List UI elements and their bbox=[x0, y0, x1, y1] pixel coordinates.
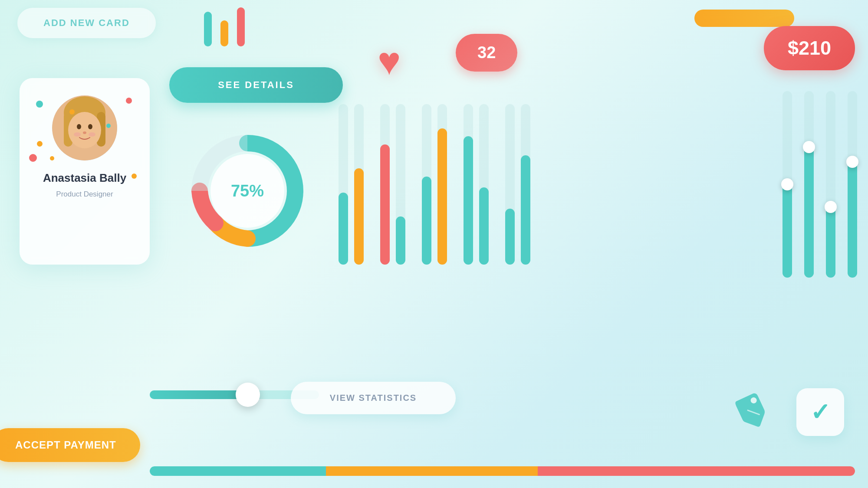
progress-red bbox=[538, 466, 855, 476]
svg-point-5 bbox=[77, 124, 81, 129]
orange-top-button[interactable] bbox=[694, 10, 794, 27]
avatar bbox=[52, 95, 117, 160]
right-vertical-sliders bbox=[783, 91, 857, 278]
bar-group-1b bbox=[354, 104, 364, 265]
donut-chart: 75% bbox=[182, 126, 312, 256]
bar-fill bbox=[422, 177, 431, 265]
right-vslider-2 bbox=[804, 91, 814, 278]
bar-fill bbox=[479, 187, 489, 265]
dot-1 bbox=[36, 101, 43, 108]
bar-group-3 bbox=[422, 104, 431, 265]
bar-group-2b bbox=[396, 104, 405, 265]
bar-group-5 bbox=[505, 104, 515, 265]
profile-title: Product Designer bbox=[56, 190, 113, 199]
dot-8 bbox=[132, 174, 137, 179]
top-deco-bars bbox=[204, 0, 245, 50]
deco-bar-2 bbox=[220, 20, 228, 46]
accept-payment-button[interactable]: ACCEPT PAYMENT bbox=[0, 428, 140, 462]
bar-group-3b bbox=[437, 104, 447, 265]
bar-group-5b bbox=[521, 104, 530, 265]
view-statistics-button[interactable]: VIEW STATISTICS bbox=[291, 382, 456, 414]
right-vslider-4 bbox=[848, 91, 857, 278]
vslider-thumb[interactable] bbox=[825, 201, 837, 213]
bar-fill bbox=[354, 168, 364, 265]
right-vslider-1 bbox=[783, 91, 792, 278]
bar-fill bbox=[339, 193, 348, 265]
donut-percentage: 75% bbox=[231, 182, 264, 200]
checkmark-symbol: ✓ bbox=[810, 398, 830, 426]
see-details-button[interactable]: SEE DETAILS bbox=[169, 67, 343, 103]
vslider-fill bbox=[826, 207, 835, 278]
progress-orange bbox=[326, 466, 538, 476]
vslider-thumb[interactable] bbox=[781, 178, 793, 190]
bar-fill bbox=[464, 136, 473, 265]
tag-svg bbox=[729, 385, 777, 435]
profile-card: Anastasia Bally Product Designer bbox=[20, 78, 150, 265]
checkmark-box: ✓ bbox=[796, 388, 844, 436]
bar-fill bbox=[437, 128, 447, 265]
svg-point-6 bbox=[88, 124, 92, 129]
avatar-svg bbox=[52, 95, 117, 160]
h-slider-fill bbox=[150, 390, 248, 399]
vslider-fill bbox=[804, 147, 814, 278]
badge-32: 32 bbox=[456, 34, 517, 72]
deco-bar-1 bbox=[204, 12, 212, 46]
progress-teal bbox=[150, 466, 326, 476]
bar-chart bbox=[339, 104, 530, 265]
vslider-thumb[interactable] bbox=[803, 141, 815, 153]
dot-7 bbox=[50, 156, 54, 160]
dot-3 bbox=[126, 98, 132, 104]
svg-point-8 bbox=[74, 132, 81, 137]
bar-fill bbox=[380, 144, 390, 265]
dot-6 bbox=[29, 154, 37, 162]
bar-group-1 bbox=[339, 104, 348, 265]
tag-icon bbox=[729, 385, 777, 437]
deco-bar-3 bbox=[237, 7, 245, 46]
profile-name: Anastasia Bally bbox=[43, 171, 126, 185]
right-vslider-3 bbox=[826, 91, 835, 278]
bar-group-2 bbox=[380, 104, 390, 265]
h-slider-thumb[interactable] bbox=[236, 383, 260, 407]
bar-group-4b bbox=[479, 104, 489, 265]
badge-210: $210 bbox=[764, 26, 855, 70]
add-new-card-button[interactable]: ADD NEW CARD bbox=[17, 8, 156, 38]
vslider-fill bbox=[848, 162, 857, 278]
svg-point-9 bbox=[89, 132, 95, 137]
svg-point-4 bbox=[68, 112, 101, 148]
bar-fill bbox=[396, 216, 405, 265]
bar-group-4 bbox=[464, 104, 473, 265]
bar-fill bbox=[521, 155, 530, 265]
bar-fill bbox=[505, 209, 515, 265]
vslider-thumb[interactable] bbox=[846, 156, 858, 168]
vslider-fill bbox=[783, 184, 792, 278]
bottom-progress-bar bbox=[150, 466, 855, 476]
svg-point-7 bbox=[83, 131, 86, 134]
heart-icon: ♥ bbox=[378, 39, 401, 84]
dot-5 bbox=[37, 141, 43, 147]
